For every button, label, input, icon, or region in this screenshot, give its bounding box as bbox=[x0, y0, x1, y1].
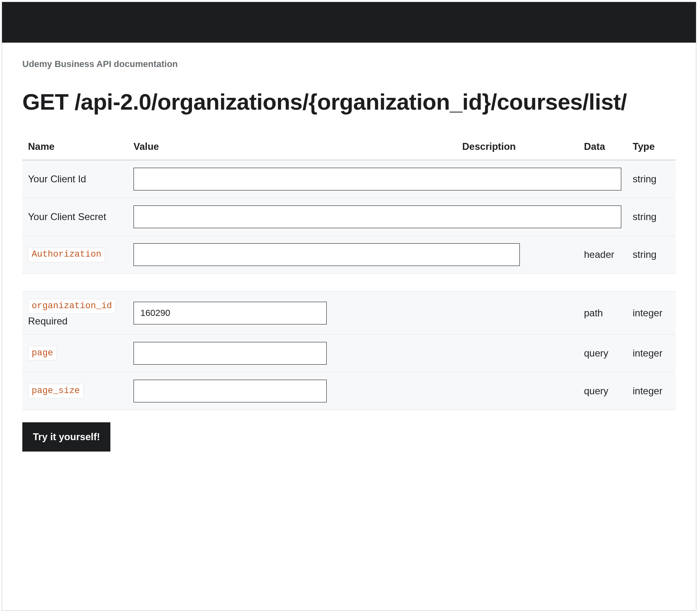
col-header-type: Type bbox=[627, 135, 676, 160]
param-row-page-size: page_size query integer bbox=[22, 372, 676, 410]
param-code-tag: organization_id bbox=[28, 299, 116, 314]
try-it-button[interactable]: Try it yourself! bbox=[22, 422, 110, 452]
param-code-tag: page_size bbox=[28, 384, 84, 399]
param-type: integer bbox=[627, 334, 676, 372]
col-header-data: Data bbox=[578, 135, 627, 160]
param-data: header bbox=[578, 236, 627, 274]
col-header-name: Name bbox=[22, 135, 128, 160]
param-type: integer bbox=[627, 372, 676, 410]
param-row-organization-id: organization_id Required path integer bbox=[22, 292, 676, 335]
param-type: string bbox=[627, 198, 676, 236]
params-table: Name Value Description Data Type Your Cl… bbox=[22, 135, 676, 410]
param-row-client-id: Your Client Id string bbox=[22, 160, 676, 198]
param-label: Your Client Secret bbox=[22, 198, 128, 236]
param-code-tag: page bbox=[28, 346, 57, 361]
col-header-value: Value bbox=[128, 135, 457, 160]
param-code-tag: Authorization bbox=[28, 247, 105, 262]
top-bar bbox=[2, 2, 696, 43]
page-input[interactable] bbox=[134, 342, 327, 365]
breadcrumb[interactable]: Udemy Business API documentation bbox=[22, 59, 676, 69]
param-data: query bbox=[578, 372, 627, 410]
authorization-input[interactable] bbox=[134, 243, 520, 266]
page-title: GET /api-2.0/organizations/{organization… bbox=[22, 89, 676, 115]
client-secret-input[interactable] bbox=[134, 205, 621, 228]
required-label: Required bbox=[28, 316, 122, 327]
param-row-authorization: Authorization header string bbox=[22, 236, 676, 274]
param-row-client-secret: Your Client Secret string bbox=[22, 198, 676, 236]
param-type: integer bbox=[627, 292, 676, 335]
param-label: Your Client Id bbox=[22, 160, 128, 198]
param-type: string bbox=[627, 236, 676, 274]
param-data: path bbox=[578, 292, 627, 335]
col-header-description: Description bbox=[457, 135, 578, 160]
organization-id-input[interactable] bbox=[134, 302, 327, 324]
spacer-row bbox=[22, 274, 676, 292]
client-id-input[interactable] bbox=[134, 168, 621, 190]
param-data: query bbox=[578, 334, 627, 372]
param-row-page: page query integer bbox=[22, 334, 676, 372]
page-size-input[interactable] bbox=[134, 380, 327, 402]
param-type: string bbox=[627, 160, 676, 198]
